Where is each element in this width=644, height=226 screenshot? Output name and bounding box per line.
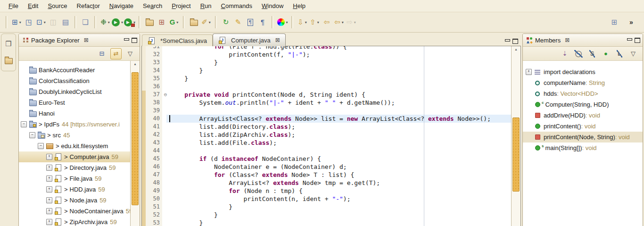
code-text[interactable]: list.add(ZipArchiv.class); bbox=[169, 131, 511, 139]
menu-help[interactable]: Help bbox=[288, 1, 310, 11]
minimize-icon[interactable] bbox=[504, 39, 510, 43]
code-line-45[interactable]: 45 if (d instanceof NodeContainer) { bbox=[142, 155, 511, 163]
code-text[interactable]: } bbox=[169, 203, 511, 211]
tree-item-src[interactable]: −>src45 bbox=[19, 130, 131, 141]
dropdown-arrow-icon[interactable]: ▾ bbox=[342, 20, 344, 25]
code-line-51[interactable]: 51 } bbox=[142, 203, 511, 211]
open-type-button[interactable]: ❏ bbox=[80, 16, 91, 28]
menu-file[interactable]: File bbox=[4, 1, 23, 11]
code-line-35[interactable]: 35 } bbox=[142, 75, 511, 83]
expand-icon[interactable]: + bbox=[46, 208, 52, 214]
member-item-computer-string-hdd[interactable]: cComputer(String, HDD) bbox=[523, 99, 643, 110]
search-pen-button[interactable]: ✐▾ bbox=[200, 16, 212, 28]
highlighter-button[interactable]: ✎ bbox=[232, 16, 244, 28]
code-text[interactable]: ArrayList<? extends Node> tmp = e.get(T)… bbox=[169, 179, 511, 187]
expand-icon[interactable]: + bbox=[46, 176, 52, 182]
close-icon[interactable]: ⊠ bbox=[275, 37, 280, 43]
code-text[interactable] bbox=[169, 147, 511, 155]
last-edit-location-button[interactable]: ⇦ bbox=[321, 16, 332, 28]
menu-window[interactable]: Window bbox=[257, 1, 288, 11]
expand-icon[interactable]: + bbox=[46, 186, 52, 193]
code-line-48[interactable]: 48 ArrayList<? extends Node> tmp = e.get… bbox=[142, 179, 511, 187]
member-item-main-string[interactable]: smain(String[]) : void bbox=[523, 142, 643, 153]
code-line-31[interactable]: 31 for (File f : hdd.get(File.class)) { bbox=[142, 46, 511, 50]
hide-local-button[interactable]: L bbox=[614, 49, 625, 59]
menu-commands[interactable]: Commands bbox=[216, 1, 257, 11]
scroll-up-icon[interactable]: ▴ bbox=[131, 61, 140, 67]
menu-search[interactable]: Search bbox=[138, 1, 167, 11]
new-wizard-button[interactable]: ⊞▾ bbox=[11, 16, 22, 28]
gwt-compile-button[interactable]: G▾ bbox=[168, 16, 180, 28]
dropdown-arrow-icon[interactable]: ▾ bbox=[317, 20, 319, 25]
fold-collapse-icon[interactable]: ⊖ bbox=[162, 91, 169, 99]
dropdown-arrow-icon[interactable]: ▾ bbox=[305, 20, 307, 25]
prev-annotation-button[interactable]: ⇧▾ bbox=[309, 16, 320, 28]
tree-item-hdd-java[interactable]: +>HDD.java59 bbox=[19, 184, 131, 195]
code-text[interactable]: if (d instanceof NodeContainer) { bbox=[169, 155, 511, 163]
code-text[interactable]: } bbox=[169, 211, 511, 219]
code-text[interactable]: private void printContent(Node d, String… bbox=[169, 91, 511, 99]
code-line-42[interactable]: 42 list.add(ZipArchiv.class); bbox=[142, 131, 511, 139]
code-line-36[interactable]: 36 bbox=[142, 83, 511, 91]
collapse-icon[interactable]: − bbox=[38, 143, 44, 149]
code-text[interactable]: } bbox=[169, 59, 511, 67]
tree-item-edu-kit-filesystem[interactable]: −>edu.kit.filesystem bbox=[19, 141, 131, 151]
code-text[interactable]: list.add(File.class); bbox=[169, 139, 511, 147]
menu-project[interactable]: Project bbox=[167, 1, 195, 11]
code-text[interactable]: } bbox=[169, 67, 511, 75]
maximize-icon[interactable] bbox=[635, 38, 640, 42]
toolbar-overflow-button[interactable]: » bbox=[626, 16, 637, 28]
member-item-printcontent-node-string[interactable]: printContent(Node, String) : void bbox=[523, 132, 643, 142]
collapse-all-button[interactable]: ⊟ bbox=[97, 49, 107, 59]
code-line-46[interactable]: 46 NodeContainer e = (NodeContainer) d; bbox=[142, 163, 511, 171]
tree-item-computer-java[interactable]: +>Computer.java59 bbox=[19, 151, 131, 162]
view-menu-button[interactable]: ▽ bbox=[628, 49, 638, 59]
tree-item-file-java[interactable]: +>File.java59 bbox=[19, 173, 131, 184]
code-text[interactable]: NodeContainer e = (NodeContainer) d; bbox=[169, 163, 511, 171]
tree-item-bankaccountreader[interactable]: BankAccountReader bbox=[19, 65, 131, 75]
code-area[interactable]: 31 for (File f : hdd.get(File.class)) {3… bbox=[142, 46, 511, 226]
scroll-up-icon[interactable]: ▴ bbox=[512, 46, 520, 52]
maximize-icon[interactable] bbox=[132, 38, 137, 42]
new-java-class-button[interactable]: ⊡▾ bbox=[35, 16, 47, 28]
member-item-adddrive-hdd[interactable]: addDrive(HDD) : void bbox=[523, 110, 643, 121]
tree-item-doublylinkedcycliclist[interactable]: DoublyLinkedCyclicList bbox=[19, 86, 131, 97]
import-wizard-button[interactable] bbox=[144, 16, 155, 28]
color-palette-button[interactable]: ▾ bbox=[277, 16, 288, 28]
code-line-52[interactable]: 52 } bbox=[142, 211, 511, 219]
tree-item-directory-java[interactable]: +>Directory.java59 bbox=[19, 162, 131, 173]
code-line-47[interactable]: 47 for (Class<? extends Node> T : list) … bbox=[142, 171, 511, 179]
dropdown-arrow-icon[interactable]: ▾ bbox=[44, 20, 46, 25]
refresh-button[interactable]: ↻ bbox=[220, 16, 231, 28]
view-menu-button[interactable]: ▽ bbox=[125, 49, 135, 59]
package-explorer-tab[interactable]: Package Explorer ⊠ bbox=[19, 34, 92, 46]
dropdown-arrow-icon[interactable]: ▾ bbox=[108, 20, 110, 25]
next-annotation-button[interactable]: ⇩▾ bbox=[297, 16, 308, 28]
scrollbar-thumb[interactable] bbox=[132, 72, 139, 205]
code-line-53[interactable]: 53 } bbox=[142, 219, 511, 226]
menu-source[interactable]: Source bbox=[43, 1, 72, 11]
member-item-hdds[interactable]: hdds : Vector<HDD> bbox=[523, 88, 643, 99]
editor-tab-computer-java[interactable]: JComputer.java⊠ bbox=[213, 33, 286, 46]
junit-button[interactable]: ⊞ bbox=[156, 16, 167, 28]
code-line-50[interactable]: 50 printContent(n, ident + "-"); bbox=[142, 195, 511, 203]
code-line-33[interactable]: 33 } bbox=[142, 59, 511, 67]
menu-edit[interactable]: Edit bbox=[23, 1, 43, 11]
code-line-39[interactable]: 39 bbox=[142, 107, 511, 115]
run-external-tools-button[interactable]: ▶▾ bbox=[124, 16, 135, 28]
tree-item-euro-test[interactable]: Euro-Test bbox=[19, 97, 131, 108]
close-icon[interactable]: ⊠ bbox=[565, 37, 570, 43]
expand-icon[interactable]: + bbox=[526, 69, 532, 75]
editor-body[interactable]: 31 for (File f : hdd.get(File.class)) {3… bbox=[141, 46, 521, 226]
member-item-printcontent[interactable]: printContent() : void bbox=[523, 121, 643, 132]
show-public-button[interactable]: ● bbox=[601, 49, 611, 59]
tree-item-hanoi[interactable]: Hanoi bbox=[19, 108, 131, 119]
code-text[interactable] bbox=[169, 107, 511, 115]
dropdown-arrow-icon[interactable]: ▾ bbox=[19, 20, 21, 25]
minimize-icon[interactable] bbox=[627, 38, 632, 42]
tree-item-ziparchiv-java[interactable]: +>ZipArchiv.java59 bbox=[19, 217, 131, 226]
code-text[interactable]: } bbox=[169, 75, 511, 83]
code-line-41[interactable]: 41 list.add(Directory.class); bbox=[142, 123, 511, 131]
code-line-37[interactable]: 37⊖ private void printContent(Node d, St… bbox=[142, 91, 511, 99]
code-text[interactable]: for (Class<? extends Node> T : list) { bbox=[169, 171, 511, 179]
